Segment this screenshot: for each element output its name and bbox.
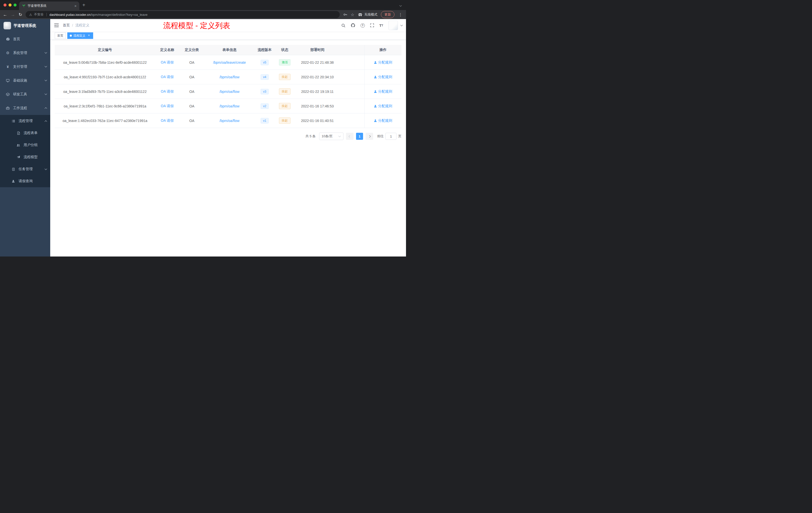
briefcase-icon xyxy=(5,107,10,110)
prev-page-button[interactable] xyxy=(346,133,353,140)
form-link[interactable]: /bpm/oa/flow xyxy=(220,90,239,94)
tags-view: 首页 流程定义 × xyxy=(50,32,406,40)
column-header: 流程版本 xyxy=(255,45,275,55)
help-icon[interactable]: ? xyxy=(360,23,365,28)
new-tab-button[interactable]: + xyxy=(79,2,88,8)
assign-rule-link[interactable]: 分配规则 xyxy=(374,75,392,79)
definition-name-link[interactable]: OA 请假 xyxy=(161,89,174,94)
assign-rule-link[interactable]: 分配规则 xyxy=(374,118,392,123)
tag-home[interactable]: 首页 xyxy=(55,32,66,39)
search-icon[interactable] xyxy=(341,23,346,28)
sidebar-logo[interactable]: 芋道管理系统 xyxy=(0,19,50,32)
assign-rule-link[interactable]: 分配规则 xyxy=(374,60,392,65)
sidebar-item-process-model[interactable]: 流程模型 xyxy=(0,151,50,163)
deploy-time: 2022-01-22 20:34:10 xyxy=(295,70,340,84)
avatar[interactable] xyxy=(388,21,398,30)
back-icon[interactable]: ← xyxy=(3,12,7,17)
current-page-button[interactable]: 1 xyxy=(356,133,363,140)
next-page-button[interactable] xyxy=(366,133,373,140)
clipboard-icon xyxy=(11,168,16,171)
close-window-button[interactable] xyxy=(3,3,6,6)
workflow-submenu: 流程管理 流程表单 用户分组 xyxy=(0,115,50,187)
sidebar-item-label: 工作流程 xyxy=(13,106,45,111)
minimize-window-button[interactable] xyxy=(8,3,11,6)
sidebar-item-task-management[interactable]: 任务管理 xyxy=(0,163,50,175)
url-bar[interactable]: ⚠ 不安全 dashboard.yudao.iocoder.cn/bpm/man… xyxy=(26,11,340,18)
form-link[interactable]: /bpm/oa/flow xyxy=(220,75,239,79)
sidebar-item-process-management[interactable]: 流程管理 xyxy=(0,115,50,127)
window-controls xyxy=(0,3,19,6)
yen-icon: ¥ xyxy=(5,65,10,69)
github-icon[interactable] xyxy=(351,23,355,28)
user-icon xyxy=(374,76,377,79)
browser-tab[interactable]: 芋道管理系统 × xyxy=(19,1,79,10)
deploy-time: 2022-01-16 01:40:51 xyxy=(295,114,340,128)
sidebar-item-process-form[interactable]: 流程表单 xyxy=(0,127,50,139)
chevron-down-icon xyxy=(45,93,47,95)
page-annotation: 流程模型 - 定义列表 xyxy=(163,21,230,31)
sidebar-item-devtools[interactable]: 研发工具 xyxy=(0,87,50,101)
definition-category: OA xyxy=(179,55,204,69)
table-row: oa_leave:4:991f2193-7b7f-11ec-a3c8-acde4… xyxy=(55,70,402,84)
forward-icon[interactable]: → xyxy=(11,12,15,17)
kebab-menu-icon[interactable]: ⋮ xyxy=(398,12,403,17)
sidebar-item-infrastructure[interactable]: 基础设施 xyxy=(0,73,50,87)
definition-name-link[interactable]: OA 请假 xyxy=(161,118,174,123)
definition-name-link[interactable]: OA 请假 xyxy=(161,75,174,79)
security-warning-icon: ⚠ xyxy=(29,13,32,17)
url-host: dashboard.yudao.iocoder.cn xyxy=(50,13,90,17)
breadcrumb-home[interactable]: 首页 xyxy=(63,23,70,28)
sidebar-item-label: 请假查询 xyxy=(19,179,47,183)
sidebar-menu: 首页 ⚙ 系统管理 ¥ 支付管理 基础设施 xyxy=(0,32,50,187)
sidebar-item-system[interactable]: ⚙ 系统管理 xyxy=(0,46,50,60)
sidebar-item-label: 研发工具 xyxy=(13,92,45,97)
zoom-window-button[interactable] xyxy=(13,3,17,6)
row-spacer xyxy=(340,114,364,128)
chevron-up-icon xyxy=(45,108,47,110)
assign-rule-link[interactable]: 分配规则 xyxy=(374,89,392,94)
definition-name-link[interactable]: OA 请假 xyxy=(161,60,174,65)
fullscreen-icon[interactable] xyxy=(370,23,374,27)
app-header: 首页 / 流程定义 流程模型 - 定义列表 ? TT xyxy=(50,19,406,32)
form-link[interactable]: /bpm/oa/flow xyxy=(220,104,239,108)
tag-close-icon[interactable]: × xyxy=(87,34,91,37)
sidebar-item-home[interactable]: 首页 xyxy=(0,32,50,46)
pagination-goto: 前往 页 xyxy=(377,133,402,140)
user-icon xyxy=(374,61,377,64)
column-spacer xyxy=(340,45,364,55)
chevron-down-icon xyxy=(45,168,47,170)
star-icon[interactable]: ☆ xyxy=(351,12,354,17)
monitor-icon xyxy=(5,79,10,82)
table-row: oa_leave:5:004b710b-7b8a-11ec-8ef0-acde4… xyxy=(55,55,402,70)
form-link[interactable]: /bpm/oa/leave/create xyxy=(213,60,246,64)
caret-down-icon[interactable] xyxy=(401,24,403,26)
sidebar-item-label: 任务管理 xyxy=(19,167,45,172)
sidebar-item-payment[interactable]: ¥ 支付管理 xyxy=(0,60,50,73)
tab-close-icon[interactable]: × xyxy=(74,4,77,8)
tab-search-chevron-icon[interactable] xyxy=(400,3,402,7)
sidebar-item-label: 流程管理 xyxy=(19,119,45,123)
sidebar-item-leave-query[interactable]: 请假查询 xyxy=(0,175,50,187)
update-button[interactable]: 更新 xyxy=(381,11,395,18)
key-icon[interactable] xyxy=(343,12,347,17)
reload-icon[interactable]: ↻ xyxy=(19,12,22,17)
chevron-up-icon xyxy=(45,120,47,123)
tag-process-definition[interactable]: 流程定义 × xyxy=(67,32,93,39)
goto-page-input[interactable] xyxy=(385,133,397,140)
assign-rule-link[interactable]: 分配规则 xyxy=(374,104,392,109)
logo-title: 芋道管理系统 xyxy=(13,23,36,28)
table-row: oa_leave:2:3c1f0ef1-76b1-11ec-9c66-a2380… xyxy=(55,99,402,114)
browser-window: 芋道管理系统 × + ← → ↻ ⚠ 不安全 dashboard.yudao.i… xyxy=(0,0,406,256)
page-size-select[interactable]: 10条/页 xyxy=(319,132,344,140)
page-size-value: 10条/页 xyxy=(322,134,333,139)
definition-id: oa_leave:5:004b710b-7b8a-11ec-8ef0-acde4… xyxy=(55,55,155,69)
hamburger-icon[interactable] xyxy=(50,23,63,27)
user-icon xyxy=(11,180,16,183)
font-size-icon[interactable]: TT xyxy=(379,23,383,28)
sidebar-item-workflow[interactable]: 工作流程 xyxy=(0,101,50,115)
column-header: 表单信息 xyxy=(204,45,255,55)
form-link[interactable]: /bpm/oa/flow xyxy=(220,119,239,123)
sidebar-item-user-group[interactable]: 用户分组 xyxy=(0,139,50,151)
definition-name-link[interactable]: OA 请假 xyxy=(161,104,174,109)
status-badge: 挂起 xyxy=(279,88,290,95)
